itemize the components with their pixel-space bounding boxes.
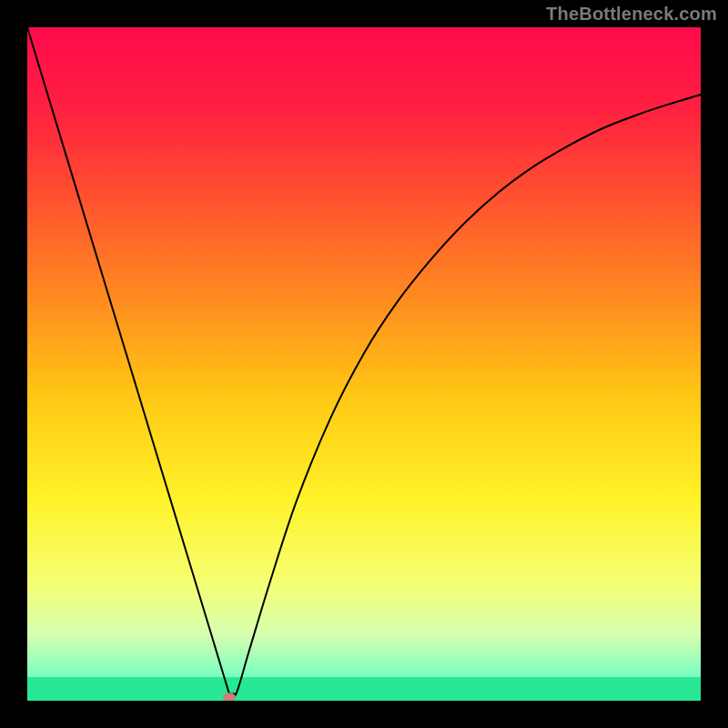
bottleneck-chart xyxy=(27,27,701,701)
watermark-text: TheBottleneck.com xyxy=(546,4,717,25)
green-band xyxy=(27,677,701,701)
plot-area xyxy=(27,27,701,701)
chart-frame: TheBottleneck.com xyxy=(0,0,728,728)
gradient-background xyxy=(27,27,701,701)
